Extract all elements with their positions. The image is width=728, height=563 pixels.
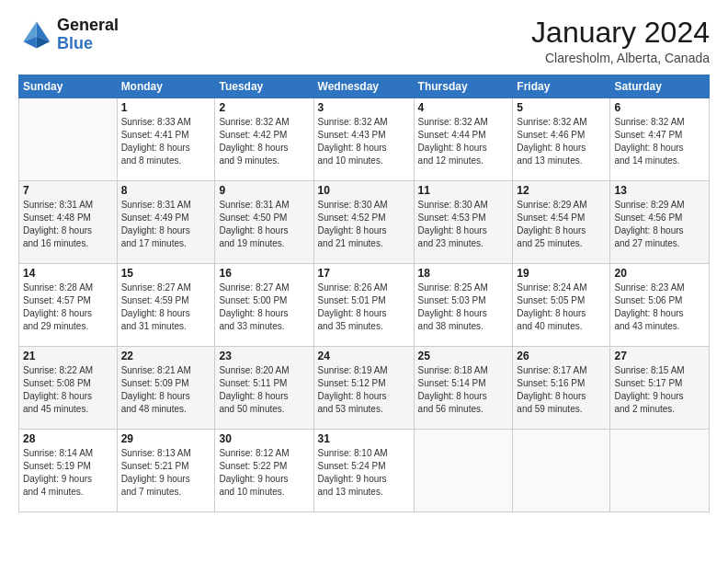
day-info: Sunrise: 8:31 AM Sunset: 4:48 PM Dayligh… — [23, 199, 113, 250]
calendar-week-4: 21Sunrise: 8:22 AM Sunset: 5:08 PM Dayli… — [19, 347, 710, 430]
header-sunday: Sunday — [19, 75, 118, 98]
calendar-cell: 4Sunrise: 8:32 AM Sunset: 4:44 PM Daylig… — [414, 98, 513, 181]
day-number: 27 — [614, 350, 705, 362]
day-number: 28 — [23, 432, 113, 445]
day-number: 14 — [23, 267, 113, 280]
calendar-cell — [513, 430, 610, 512]
calendar-cell: 11Sunrise: 8:30 AM Sunset: 4:53 PM Dayli… — [414, 181, 513, 264]
calendar-cell — [19, 98, 118, 181]
calendar-cell: 23Sunrise: 8:20 AM Sunset: 5:11 PM Dayli… — [215, 347, 313, 430]
day-info: Sunrise: 8:28 AM Sunset: 4:57 PM Dayligh… — [23, 282, 113, 333]
calendar-cell: 24Sunrise: 8:19 AM Sunset: 5:12 PM Dayli… — [313, 347, 414, 430]
calendar-cell: 15Sunrise: 8:27 AM Sunset: 4:59 PM Dayli… — [117, 264, 215, 347]
calendar-cell — [610, 430, 710, 512]
calendar-cell: 18Sunrise: 8:25 AM Sunset: 5:03 PM Dayli… — [414, 264, 513, 347]
day-info: Sunrise: 8:30 AM Sunset: 4:52 PM Dayligh… — [318, 199, 410, 250]
day-info: Sunrise: 8:21 AM Sunset: 5:09 PM Dayligh… — [121, 364, 211, 416]
day-info: Sunrise: 8:15 AM Sunset: 5:17 PM Dayligh… — [614, 364, 705, 416]
weekday-header-row: Sunday Monday Tuesday Wednesday Thursday… — [19, 75, 710, 98]
calendar-cell: 9Sunrise: 8:31 AM Sunset: 4:50 PM Daylig… — [215, 181, 313, 264]
calendar-week-2: 7Sunrise: 8:31 AM Sunset: 4:48 PM Daylig… — [19, 181, 710, 264]
calendar-week-5: 28Sunrise: 8:14 AM Sunset: 5:19 PM Dayli… — [19, 430, 710, 512]
header-wednesday: Wednesday — [313, 75, 414, 98]
day-info: Sunrise: 8:32 AM Sunset: 4:42 PM Dayligh… — [219, 116, 309, 167]
header-friday: Friday — [513, 75, 610, 98]
calendar-cell: 14Sunrise: 8:28 AM Sunset: 4:57 PM Dayli… — [19, 264, 118, 347]
day-info: Sunrise: 8:20 AM Sunset: 5:11 PM Dayligh… — [219, 364, 309, 416]
calendar-cell: 13Sunrise: 8:29 AM Sunset: 4:56 PM Dayli… — [610, 181, 710, 264]
day-number: 18 — [418, 267, 509, 280]
calendar-cell: 3Sunrise: 8:32 AM Sunset: 4:43 PM Daylig… — [313, 98, 414, 181]
day-number: 17 — [318, 267, 410, 280]
day-number: 25 — [418, 350, 509, 362]
day-number: 7 — [23, 184, 113, 197]
day-info: Sunrise: 8:27 AM Sunset: 5:00 PM Dayligh… — [219, 282, 309, 333]
logo-text: General Blue — [57, 17, 119, 53]
calendar-cell: 8Sunrise: 8:31 AM Sunset: 4:49 PM Daylig… — [117, 181, 215, 264]
day-number: 6 — [614, 101, 705, 114]
header-thursday: Thursday — [414, 75, 513, 98]
calendar-cell: 1Sunrise: 8:33 AM Sunset: 4:41 PM Daylig… — [117, 98, 215, 181]
calendar-cell: 2Sunrise: 8:32 AM Sunset: 4:42 PM Daylig… — [215, 98, 313, 181]
day-info: Sunrise: 8:10 AM Sunset: 5:24 PM Dayligh… — [318, 447, 410, 499]
logo-icon — [18, 18, 51, 52]
day-info: Sunrise: 8:29 AM Sunset: 4:56 PM Dayligh… — [614, 199, 705, 250]
day-info: Sunrise: 8:22 AM Sunset: 5:08 PM Dayligh… — [23, 364, 113, 416]
day-info: Sunrise: 8:23 AM Sunset: 5:06 PM Dayligh… — [614, 282, 705, 333]
day-number: 19 — [517, 267, 606, 280]
day-number: 20 — [614, 267, 705, 280]
calendar-cell: 22Sunrise: 8:21 AM Sunset: 5:09 PM Dayli… — [117, 347, 215, 430]
calendar-cell: 5Sunrise: 8:32 AM Sunset: 4:46 PM Daylig… — [513, 98, 610, 181]
header-saturday: Saturday — [610, 75, 710, 98]
day-info: Sunrise: 8:24 AM Sunset: 5:05 PM Dayligh… — [517, 282, 606, 333]
calendar-cell: 25Sunrise: 8:18 AM Sunset: 5:14 PM Dayli… — [414, 347, 513, 430]
calendar-cell: 29Sunrise: 8:13 AM Sunset: 5:21 PM Dayli… — [117, 430, 215, 512]
calendar-cell: 10Sunrise: 8:30 AM Sunset: 4:52 PM Dayli… — [313, 181, 414, 264]
title-block: January 2024 Claresholm, Alberta, Canada — [531, 17, 710, 65]
calendar-cell: 7Sunrise: 8:31 AM Sunset: 4:48 PM Daylig… — [19, 181, 118, 264]
calendar-cell: 12Sunrise: 8:29 AM Sunset: 4:54 PM Dayli… — [513, 181, 610, 264]
calendar-cell: 27Sunrise: 8:15 AM Sunset: 5:17 PM Dayli… — [610, 347, 710, 430]
day-info: Sunrise: 8:17 AM Sunset: 5:16 PM Dayligh… — [517, 364, 606, 416]
logo-line1: General — [57, 16, 119, 34]
day-number: 10 — [318, 184, 410, 197]
page: General Blue January 2024 Claresholm, Al… — [0, 0, 728, 563]
day-number: 30 — [219, 432, 309, 445]
calendar-cell: 20Sunrise: 8:23 AM Sunset: 5:06 PM Dayli… — [610, 264, 710, 347]
day-number: 31 — [318, 432, 410, 445]
day-number: 16 — [219, 267, 309, 280]
day-info: Sunrise: 8:30 AM Sunset: 4:53 PM Dayligh… — [418, 199, 509, 250]
day-number: 22 — [121, 350, 211, 362]
day-info: Sunrise: 8:31 AM Sunset: 4:49 PM Dayligh… — [121, 199, 211, 250]
day-info: Sunrise: 8:32 AM Sunset: 4:44 PM Dayligh… — [418, 116, 509, 167]
day-info: Sunrise: 8:32 AM Sunset: 4:43 PM Dayligh… — [318, 116, 410, 167]
day-info: Sunrise: 8:14 AM Sunset: 5:19 PM Dayligh… — [23, 447, 113, 499]
calendar-body: 1Sunrise: 8:33 AM Sunset: 4:41 PM Daylig… — [19, 98, 710, 512]
day-info: Sunrise: 8:31 AM Sunset: 4:50 PM Dayligh… — [219, 199, 309, 250]
day-number: 15 — [121, 267, 211, 280]
day-info: Sunrise: 8:27 AM Sunset: 4:59 PM Dayligh… — [121, 282, 211, 333]
month-title: January 2024 — [531, 17, 710, 49]
calendar-cell: 6Sunrise: 8:32 AM Sunset: 4:47 PM Daylig… — [610, 98, 710, 181]
header-tuesday: Tuesday — [215, 75, 313, 98]
day-number: 12 — [517, 184, 606, 197]
calendar-header: Sunday Monday Tuesday Wednesday Thursday… — [19, 75, 710, 98]
calendar-cell: 30Sunrise: 8:12 AM Sunset: 5:22 PM Dayli… — [215, 430, 313, 512]
day-number: 29 — [121, 432, 211, 445]
day-number: 3 — [318, 101, 410, 114]
calendar-cell: 26Sunrise: 8:17 AM Sunset: 5:16 PM Dayli… — [513, 347, 610, 430]
day-number: 2 — [219, 101, 309, 114]
calendar-cell: 28Sunrise: 8:14 AM Sunset: 5:19 PM Dayli… — [19, 430, 118, 512]
day-number: 23 — [219, 350, 309, 362]
calendar-cell: 21Sunrise: 8:22 AM Sunset: 5:08 PM Dayli… — [19, 347, 118, 430]
day-info: Sunrise: 8:13 AM Sunset: 5:21 PM Dayligh… — [121, 447, 211, 499]
location: Claresholm, Alberta, Canada — [531, 51, 710, 65]
day-number: 11 — [418, 184, 509, 197]
calendar-cell: 31Sunrise: 8:10 AM Sunset: 5:24 PM Dayli… — [313, 430, 414, 512]
day-info: Sunrise: 8:26 AM Sunset: 5:01 PM Dayligh… — [318, 282, 410, 333]
day-info: Sunrise: 8:18 AM Sunset: 5:14 PM Dayligh… — [418, 364, 509, 416]
day-number: 1 — [121, 101, 211, 114]
calendar-cell: 17Sunrise: 8:26 AM Sunset: 5:01 PM Dayli… — [313, 264, 414, 347]
day-number: 21 — [23, 350, 113, 362]
day-number: 4 — [418, 101, 509, 114]
